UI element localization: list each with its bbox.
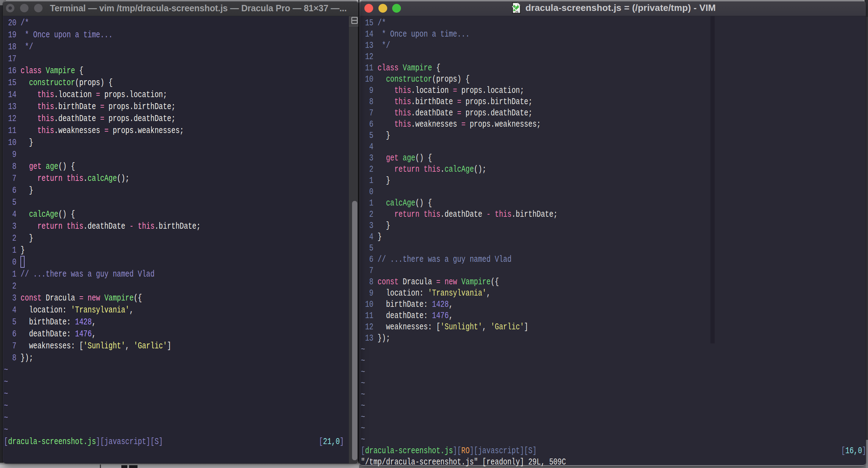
svg-text:JS: JS: [515, 10, 518, 13]
